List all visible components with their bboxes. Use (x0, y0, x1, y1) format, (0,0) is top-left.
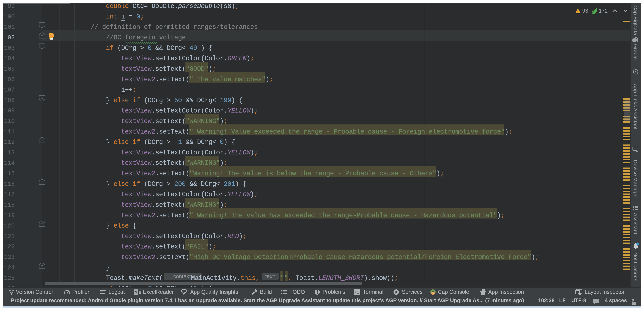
svg-text:x: x (135, 290, 137, 294)
